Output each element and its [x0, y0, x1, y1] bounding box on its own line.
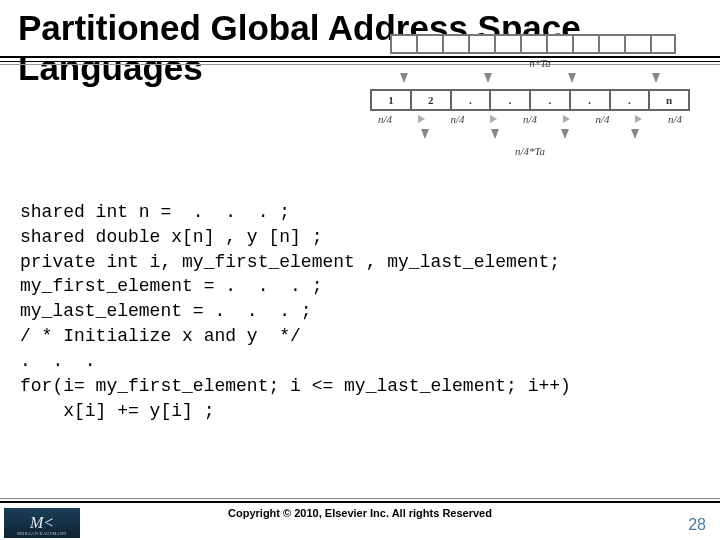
- diagram-mid-row: 1 2 . . . . . n: [370, 89, 690, 111]
- memory-diagram: n*Ta 1 2 . . . . . n n/4 n/4 n/4 n/4 n/4…: [370, 34, 690, 194]
- diagram-top-row: [390, 34, 690, 54]
- n4-label: n/4: [378, 113, 392, 125]
- n4-label: n/4: [595, 113, 609, 125]
- arrow-right-icon: [635, 115, 642, 123]
- diagram-cell: .: [529, 89, 569, 111]
- diagram-cell: .: [489, 89, 529, 111]
- diagram-n4-row: n/4 n/4 n/4 n/4 n/4: [378, 113, 682, 125]
- n4-label: n/4: [450, 113, 464, 125]
- diagram-cell: n: [648, 89, 690, 111]
- arrow-right-icon: [490, 115, 497, 123]
- n4-label: n/4: [523, 113, 537, 125]
- diagram-cell: .: [450, 89, 490, 111]
- diagram-cell: 2: [410, 89, 450, 111]
- n4-label: n/4: [668, 113, 682, 125]
- arrow-right-icon: [563, 115, 570, 123]
- arrow-right-icon: [418, 115, 425, 123]
- diagram-bottom-arrows: [390, 129, 670, 143]
- diagram-cell: .: [609, 89, 649, 111]
- code-listing: shared int n = . . . ; shared double x[n…: [20, 200, 700, 423]
- diagram-cell: .: [569, 89, 609, 111]
- diagram-n4ta-label: n/4*Ta: [370, 145, 690, 157]
- publisher-logo: M< MORGAN KAUFMANN: [4, 508, 80, 538]
- diagram-cell: 1: [370, 89, 410, 111]
- logo-subtext: MORGAN KAUFMANN: [17, 531, 66, 536]
- footer: Copyright © 2010, Elsevier Inc. All righ…: [0, 498, 720, 540]
- page-number: 28: [688, 516, 706, 534]
- logo-mark: M<: [30, 514, 54, 532]
- diagram-nta-label: n*Ta: [390, 57, 690, 69]
- diagram-top-arrows: [400, 73, 660, 87]
- copyright-text: Copyright © 2010, Elsevier Inc. All righ…: [0, 507, 720, 519]
